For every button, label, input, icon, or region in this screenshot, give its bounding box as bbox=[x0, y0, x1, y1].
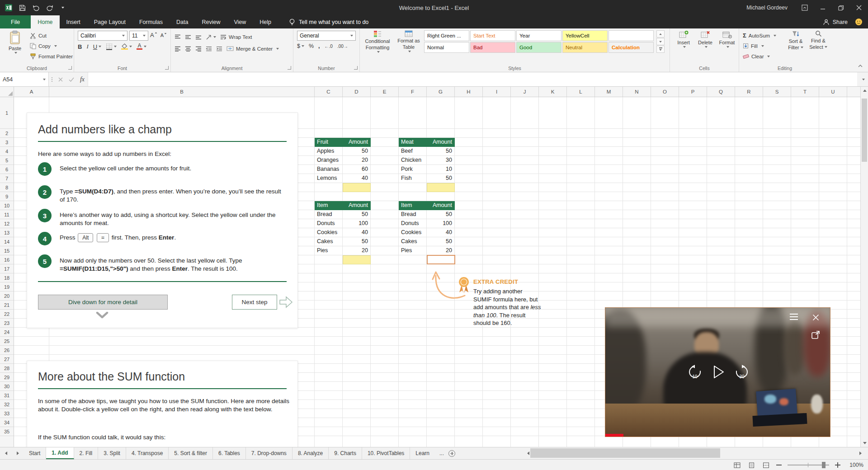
style-blank[interactable] bbox=[609, 30, 654, 41]
cell[interactable]: Chicken bbox=[399, 156, 427, 165]
cell[interactable]: Beef bbox=[399, 147, 427, 156]
autosum-button[interactable]: ΣAutoSum bbox=[741, 30, 778, 41]
cell[interactable]: 50 bbox=[427, 237, 455, 246]
row-header-33[interactable]: 33 bbox=[0, 409, 14, 418]
decrease-decimal-button[interactable]: .00→ bbox=[337, 44, 348, 49]
row-header-35[interactable]: 35 bbox=[0, 427, 14, 436]
borders-button[interactable] bbox=[106, 43, 117, 50]
feedback-smiley-icon[interactable] bbox=[855, 18, 863, 26]
column-header-K[interactable]: K bbox=[539, 87, 567, 97]
column-header-E[interactable]: E bbox=[371, 87, 399, 97]
row-header-29[interactable]: 29 bbox=[0, 373, 14, 382]
row-header-34[interactable]: 34 bbox=[0, 418, 14, 427]
style-bad[interactable]: Bad bbox=[470, 42, 515, 53]
align-bottom-icon[interactable] bbox=[195, 34, 202, 40]
row-header-25[interactable]: 25 bbox=[0, 337, 14, 346]
zoom-slider-thumb[interactable] bbox=[822, 462, 826, 468]
gallery-scroll-down[interactable] bbox=[656, 38, 665, 45]
tab-insert[interactable]: Insert bbox=[60, 15, 87, 28]
video-popout-icon[interactable] bbox=[810, 329, 821, 340]
tab-page-layout[interactable]: Page Layout bbox=[87, 15, 132, 28]
font-dialog-launcher[interactable] bbox=[165, 66, 169, 70]
cell[interactable]: Apples bbox=[315, 147, 343, 156]
row-header-23[interactable]: 23 bbox=[0, 319, 14, 328]
row-header-6[interactable]: 6 bbox=[0, 165, 14, 174]
row-header-10[interactable]: 10 bbox=[0, 201, 14, 210]
video-menu-icon[interactable] bbox=[790, 314, 798, 320]
yellow-cell-D8[interactable] bbox=[343, 183, 371, 192]
yellow-cell-G8[interactable] bbox=[427, 183, 455, 192]
row-header-9[interactable]: 9 bbox=[0, 192, 14, 201]
zoom-level[interactable]: 100% bbox=[846, 462, 863, 468]
column-header-Q[interactable]: Q bbox=[707, 87, 735, 97]
gallery-more[interactable] bbox=[656, 46, 665, 53]
cell[interactable]: 50 bbox=[427, 210, 455, 219]
align-middle-icon[interactable] bbox=[185, 34, 191, 40]
column-header-B[interactable]: B bbox=[49, 87, 315, 97]
column-header-O[interactable]: O bbox=[651, 87, 679, 97]
item2-header[interactable]: Item bbox=[399, 201, 427, 210]
cell[interactable]: 10 bbox=[427, 165, 455, 174]
increase-indent-icon[interactable] bbox=[216, 46, 222, 52]
sheet-tab-overflow[interactable]: ... bbox=[439, 450, 444, 456]
column-header-I[interactable]: I bbox=[483, 87, 511, 97]
number-dialog-launcher[interactable] bbox=[354, 66, 358, 70]
row-header-21[interactable]: 21 bbox=[0, 301, 14, 310]
style-neutral[interactable]: Neutral bbox=[562, 42, 608, 53]
style-good[interactable]: Good bbox=[516, 42, 561, 53]
cell[interactable]: Oranges bbox=[315, 156, 343, 165]
align-center-icon[interactable] bbox=[185, 46, 191, 52]
row-header-22[interactable]: 22 bbox=[0, 310, 14, 319]
ribbon-display-options-icon[interactable] bbox=[796, 0, 814, 15]
column-header-S[interactable]: S bbox=[763, 87, 791, 97]
column-header-R[interactable]: R bbox=[735, 87, 763, 97]
enter-icon[interactable] bbox=[66, 72, 77, 86]
cell[interactable]: Cakes bbox=[315, 237, 343, 246]
vertical-scrollbar[interactable] bbox=[860, 87, 868, 447]
cell[interactable]: 40 bbox=[343, 174, 371, 183]
yellow-cell-D16[interactable] bbox=[343, 255, 371, 264]
minimize-icon[interactable] bbox=[814, 0, 832, 15]
italic-button[interactable]: I bbox=[86, 43, 88, 50]
meat-header[interactable]: Meat bbox=[399, 138, 427, 147]
next-step-button[interactable]: Next step bbox=[232, 295, 277, 310]
currency-format-button[interactable]: $ bbox=[297, 43, 304, 49]
column-header-M[interactable]: M bbox=[595, 87, 623, 97]
column-header-F[interactable]: F bbox=[399, 87, 427, 97]
column-header-D[interactable]: D bbox=[343, 87, 371, 97]
row-header-11[interactable]: 11 bbox=[0, 210, 14, 219]
item-table-1[interactable]: ItemAmount Bread50 Donuts100 Cookies40 C… bbox=[315, 201, 371, 255]
sheet-tab-8-analyze[interactable]: 8. Analyze bbox=[292, 447, 329, 459]
row-header-4[interactable]: 4 bbox=[0, 147, 14, 156]
video-progress-bar[interactable] bbox=[605, 434, 623, 437]
cell[interactable]: 100 bbox=[427, 219, 455, 228]
bold-button[interactable]: B bbox=[78, 43, 82, 50]
cell[interactable]: 30 bbox=[427, 156, 455, 165]
item1-header[interactable]: Item bbox=[315, 201, 343, 210]
format-painter-button[interactable]: Format Painter bbox=[28, 51, 75, 61]
restore-icon[interactable] bbox=[832, 0, 850, 15]
new-sheet-icon[interactable] bbox=[448, 450, 455, 457]
save-icon[interactable] bbox=[19, 5, 26, 11]
cell[interactable]: Cookies bbox=[315, 228, 343, 237]
redo-icon[interactable] bbox=[46, 5, 54, 11]
sheet-tab-6-tables[interactable]: 6. Tables bbox=[213, 447, 246, 459]
close-icon[interactable] bbox=[850, 0, 868, 15]
formula-input[interactable] bbox=[88, 72, 857, 86]
page-layout-view-icon[interactable] bbox=[747, 461, 756, 469]
meat-table[interactable]: MeatAmount Beef50 Chicken30 Pork10 Fish5… bbox=[399, 138, 455, 183]
align-top-icon[interactable] bbox=[175, 34, 181, 40]
tab-review[interactable]: Review bbox=[195, 15, 227, 28]
row-header-19[interactable]: 19 bbox=[0, 282, 14, 291]
sheet-nav-prev-icon[interactable] bbox=[0, 447, 12, 459]
item-table-2[interactable]: ItemAmount Bread50 Donuts100 Cookies40 C… bbox=[399, 201, 455, 255]
font-name-combo[interactable]: Calibri bbox=[78, 31, 127, 41]
cell[interactable]: Pies bbox=[315, 246, 343, 255]
percent-format-button[interactable]: % bbox=[309, 43, 314, 49]
item1-amount-header[interactable]: Amount bbox=[343, 201, 371, 210]
row-header-15[interactable]: 15 bbox=[0, 246, 14, 255]
row-header-12[interactable]: 12 bbox=[0, 219, 14, 228]
row-header-28[interactable]: 28 bbox=[0, 364, 14, 373]
select-all-corner[interactable] bbox=[0, 87, 14, 97]
collapse-ribbon-icon[interactable] bbox=[856, 63, 864, 69]
